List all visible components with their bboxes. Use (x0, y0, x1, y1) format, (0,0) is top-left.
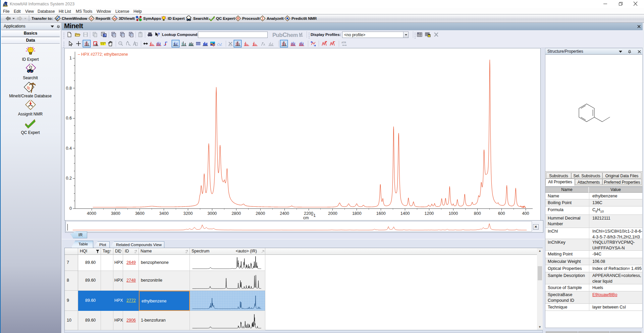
svg-text:800: 800 (474, 211, 481, 216)
svg-text:3600: 3600 (135, 211, 145, 216)
svg-text:1 2: 1 2 (101, 43, 104, 45)
svg-text:1600: 1600 (376, 211, 386, 216)
svg-text:2000: 2000 (328, 211, 337, 216)
svg-text:1200: 1200 (424, 211, 434, 216)
svg-text:0.2: 0.2 (66, 176, 72, 181)
svg-text:1000: 1000 (448, 211, 458, 216)
svg-text:2600: 2600 (256, 211, 265, 216)
svg-text:4000: 4000 (87, 211, 96, 216)
svg-text:600: 600 (498, 211, 505, 216)
svg-text:ATR: ATR (341, 41, 346, 44)
svg-text:0.6: 0.6 (66, 116, 72, 121)
svg-text:?: ? (158, 32, 160, 36)
svg-text:3000: 3000 (207, 211, 217, 216)
svg-text:3800: 3800 (111, 211, 120, 216)
svg-text:2800: 2800 (231, 211, 241, 216)
svg-text:1: 1 (69, 56, 72, 60)
svg-text:0.8: 0.8 (66, 86, 72, 91)
svg-text:0.4: 0.4 (66, 146, 72, 151)
svg-text:−1: −1 (311, 213, 316, 218)
svg-text:2400: 2400 (280, 211, 289, 216)
svg-text:3D: 3D (113, 17, 116, 20)
svg-text:3200: 3200 (183, 211, 193, 216)
svg-text:cm: cm (303, 216, 309, 220)
svg-text:0: 0 (69, 206, 72, 211)
svg-text:400: 400 (522, 211, 529, 216)
svg-text:1400: 1400 (400, 211, 410, 216)
svg-text:1800: 1800 (352, 211, 362, 216)
svg-text:3400: 3400 (159, 211, 169, 216)
